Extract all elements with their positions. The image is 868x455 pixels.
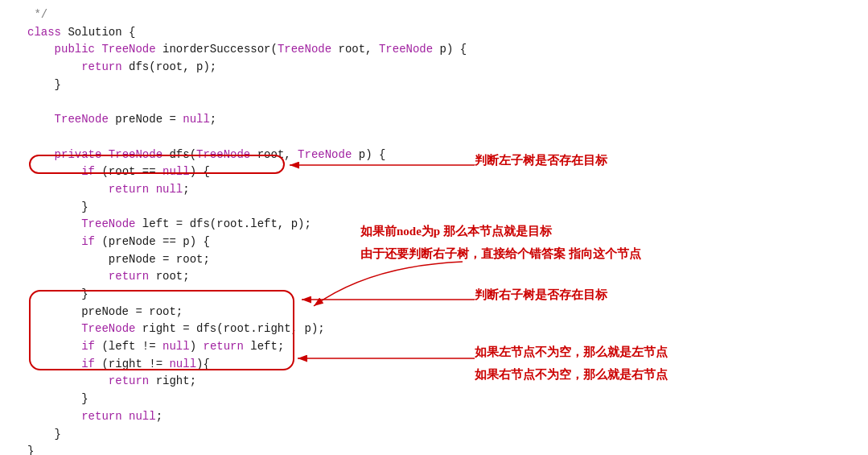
annotation-wrong-answer: 由于还要判断右子树，直接给个错答案 指向这个节点 [360,246,641,262]
annotation-right-node: 如果右节点不为空，那么就是右节点 [475,367,668,383]
annotation-left-node: 如果左节点不为空，那么就是左节点 [475,345,668,360]
annotation-left-subtree: 判断左子树是否存在目标 [475,153,607,168]
annotation-right-subtree: 判断右子树是否存在目标 [475,287,607,303]
annotation-prenode: 如果前node为p 那么本节点就是目标 [360,224,552,239]
